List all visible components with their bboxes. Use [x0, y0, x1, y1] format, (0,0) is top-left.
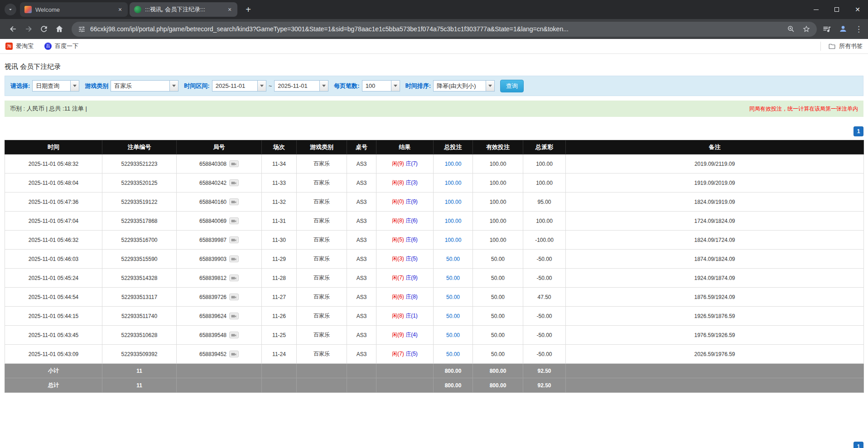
total-bet-link[interactable]: 50.00 — [446, 256, 460, 262]
zoom-icon[interactable] — [787, 25, 795, 33]
baidu-icon: 百 — [44, 43, 52, 50]
tab-search-chevron-button[interactable] — [5, 4, 16, 15]
video-replay-icon[interactable] — [229, 275, 239, 281]
pagination-top: 1 — [5, 126, 863, 136]
video-replay-icon[interactable] — [229, 217, 239, 224]
media-controls-icon[interactable] — [822, 24, 831, 34]
query-type-select[interactable]: 日期查询 — [32, 80, 79, 92]
dropdown-arrow-icon[interactable] — [319, 81, 328, 91]
back-button[interactable] — [5, 21, 21, 37]
cell-remark: 2026.59/1976.59 — [566, 345, 864, 364]
cell-table-no: AS3 — [347, 173, 376, 193]
round-number: 658839624 — [199, 313, 227, 319]
total-bet-link[interactable]: 100.00 — [445, 161, 462, 167]
result-banker: 庄(7) — [405, 160, 418, 167]
cell-payout: 100.00 — [523, 154, 566, 173]
refresh-button[interactable] — [36, 21, 52, 37]
total-bet-link[interactable]: 100.00 — [445, 237, 462, 243]
dropdown-arrow-icon[interactable] — [391, 81, 400, 91]
video-replay-icon[interactable] — [229, 160, 239, 167]
filter-bar: 请选择: 日期查询 游戏类别 百家乐 时间区间: 2025-11-01 ~ 20… — [5, 76, 863, 96]
page-1-button[interactable]: 1 — [854, 442, 863, 448]
result-player: 闲(0) — [392, 198, 404, 205]
video-replay-icon[interactable] — [229, 332, 239, 338]
tab-betrecord[interactable]: :::视讯, 会员下注纪录::: × — [130, 2, 237, 17]
cell-session: 11-25 — [262, 326, 297, 345]
cell-game: 百家乐 — [297, 345, 347, 364]
cell-table-no: AS3 — [347, 212, 376, 231]
game-type-select[interactable]: 百家乐 — [111, 80, 178, 92]
profile-avatar[interactable] — [838, 24, 849, 34]
cell-result: 闲(7) 庄(5) — [376, 345, 434, 364]
tab-close-icon[interactable]: × — [226, 5, 234, 14]
total-bet-link[interactable]: 50.00 — [446, 351, 460, 357]
dropdown-arrow-icon[interactable] — [169, 81, 178, 91]
bookmark-aitaobao[interactable]: 淘 爱淘宝 — [5, 42, 34, 50]
video-replay-icon[interactable] — [229, 198, 239, 205]
cell-remark: 1976.59/1926.59 — [566, 326, 864, 345]
cell-time: 2025-11-01 05:46:03 — [5, 250, 102, 269]
result-banker: 庄(9) — [405, 198, 418, 205]
date-to-select[interactable]: 2025-11-01 — [274, 80, 328, 92]
round-number: 658839987 — [199, 237, 227, 243]
subtotal-valid-bet: 800.00 — [473, 364, 523, 378]
total-bet-link[interactable]: 50.00 — [446, 294, 460, 300]
video-replay-icon[interactable] — [229, 313, 239, 319]
close-button[interactable]: ✕ — [847, 0, 868, 19]
total-bet-link[interactable]: 100.00 — [445, 180, 462, 186]
home-button[interactable] — [52, 21, 67, 37]
welcome-favicon-icon — [24, 6, 32, 13]
sort-order-select[interactable]: 降幂(由大到小) — [433, 80, 495, 92]
video-replay-icon[interactable] — [229, 294, 239, 300]
total-bet-link[interactable]: 100.00 — [445, 218, 462, 224]
address-bar[interactable]: 66cxkj98.com/ipl/portal.php/game/betreco… — [72, 22, 817, 37]
total-bet-link[interactable]: 50.00 — [446, 332, 460, 338]
page-1-button[interactable]: 1 — [854, 126, 863, 136]
cell-game: 百家乐 — [297, 173, 347, 193]
cell-table-no: AS3 — [347, 345, 376, 364]
cell-valid-bet: 50.00 — [473, 307, 523, 326]
cell-time: 2025-11-01 05:47:04 — [5, 212, 102, 231]
cell-time: 2025-11-01 05:46:32 — [5, 231, 102, 250]
dropdown-arrow-icon[interactable] — [257, 81, 266, 91]
result-player: 闲(6) — [392, 294, 404, 300]
cell-remark: 1824.09/1724.09 — [566, 231, 864, 250]
total-bet-link[interactable]: 50.00 — [446, 275, 460, 281]
minimize-button[interactable] — [805, 0, 826, 19]
total-bet-link[interactable]: 100.00 — [445, 199, 462, 205]
cell-round: 658840069 — [177, 212, 262, 231]
bookmark-baidu[interactable]: 百 百度一下 — [44, 42, 78, 50]
col-header-remark: 备注 — [566, 140, 864, 154]
cell-total-bet: 50.00 — [434, 345, 473, 364]
bookmark-star-icon[interactable] — [802, 25, 810, 33]
date-from-select[interactable]: 2025-11-01 — [212, 80, 266, 92]
page-size-select[interactable]: 100 — [362, 80, 400, 92]
site-settings-icon[interactable] — [78, 25, 86, 33]
video-replay-icon[interactable] — [229, 236, 239, 243]
tab-close-icon[interactable]: × — [116, 5, 124, 14]
browser-menu-icon[interactable]: ⋮ — [855, 24, 863, 34]
tab-welcome[interactable]: Welcome × — [20, 2, 128, 17]
dropdown-arrow-icon[interactable] — [70, 81, 79, 91]
all-bookmarks-button[interactable]: 所有书签 — [820, 42, 863, 51]
total-bet-link[interactable]: 50.00 — [446, 313, 460, 319]
new-tab-button[interactable]: + — [242, 3, 255, 16]
cell-total-bet: 50.00 — [434, 269, 473, 288]
cell-session: 11-30 — [262, 231, 297, 250]
search-button[interactable]: 查询 — [500, 80, 524, 92]
cell-result: 闲(0) 庄(9) — [376, 193, 434, 212]
url-text[interactable]: 66cxkj98.com/ipl/portal.php/game/betreco… — [90, 25, 782, 33]
forward-button[interactable] — [21, 21, 36, 37]
total-label: 总计 — [5, 378, 102, 393]
cell-valid-bet: 100.00 — [473, 154, 523, 173]
video-replay-icon[interactable] — [229, 255, 239, 262]
cell-payout: -50.00 — [523, 326, 566, 345]
dropdown-arrow-icon[interactable] — [486, 81, 494, 91]
maximize-button[interactable] — [826, 0, 847, 19]
cell-payout: 95.00 — [523, 193, 566, 212]
video-replay-icon[interactable] — [229, 179, 239, 186]
video-replay-icon[interactable] — [229, 351, 239, 357]
tab-title: :::视讯, 会员下注纪录::: — [145, 5, 222, 14]
cell-session: 11-26 — [262, 307, 297, 326]
cell-payout: 47.50 — [523, 288, 566, 307]
